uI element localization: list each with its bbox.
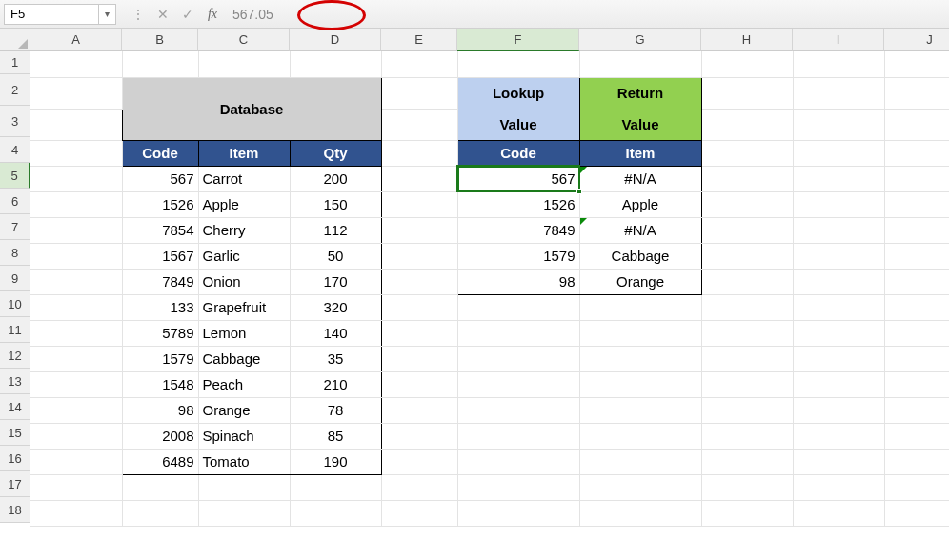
cell-B9[interactable]: 7849 <box>122 269 198 294</box>
cell-F1[interactable] <box>457 51 579 77</box>
cell-I1[interactable] <box>793 51 884 77</box>
cell-H16[interactable] <box>701 449 793 474</box>
cell-A16[interactable] <box>30 449 122 474</box>
cell-E6[interactable] <box>381 191 457 217</box>
cell-J9[interactable] <box>884 269 949 294</box>
cell-C7[interactable]: Cherry <box>198 217 290 243</box>
row-header-13[interactable]: 13 <box>0 369 30 394</box>
cell-C10[interactable]: Grapefruit <box>198 294 290 320</box>
cell-I6[interactable] <box>793 191 884 217</box>
row-header-8[interactable]: 8 <box>0 240 30 266</box>
cell-B11[interactable]: 5789 <box>122 320 198 346</box>
cell-I16[interactable] <box>793 449 884 474</box>
cell-G9[interactable]: Orange <box>579 269 701 294</box>
cell-F6[interactable]: 1526 <box>457 191 579 217</box>
row-header-16[interactable]: 16 <box>0 446 30 471</box>
cell-F15[interactable] <box>457 423 579 449</box>
cell-A17[interactable] <box>30 474 122 500</box>
cell-J1[interactable] <box>884 51 949 77</box>
col-header-E[interactable]: E <box>381 29 457 51</box>
cell-H10[interactable] <box>701 294 793 320</box>
cell-A6[interactable] <box>30 191 122 217</box>
cell-A10[interactable] <box>30 294 122 320</box>
cell-J4[interactable] <box>884 140 949 166</box>
cell-A8[interactable] <box>30 243 122 269</box>
cell-J13[interactable] <box>884 371 949 397</box>
cell-J14[interactable] <box>884 397 949 423</box>
cell-E12[interactable] <box>381 346 457 371</box>
cell-E5[interactable] <box>381 166 457 191</box>
cell-F17[interactable] <box>457 474 579 500</box>
cell-J12[interactable] <box>884 346 949 371</box>
cell-H12[interactable] <box>701 346 793 371</box>
cell-G14[interactable] <box>579 397 701 423</box>
cell-B5[interactable]: 567 <box>122 166 198 191</box>
row-header-9[interactable]: 9 <box>0 266 30 291</box>
cell-H2[interactable] <box>701 77 793 109</box>
cell-B1[interactable] <box>122 51 198 77</box>
cell-A15[interactable] <box>30 423 122 449</box>
cell-B4[interactable]: Code <box>122 140 198 166</box>
cell-I11[interactable] <box>793 320 884 346</box>
cell-G17[interactable] <box>579 474 701 500</box>
cell-G8[interactable]: Cabbage <box>579 243 701 269</box>
cell-H13[interactable] <box>701 371 793 397</box>
cell-H3[interactable] <box>701 109 793 140</box>
cell-H5[interactable] <box>701 166 793 191</box>
cell-D4[interactable]: Qty <box>290 140 381 166</box>
error-indicator-icon[interactable] <box>580 218 587 225</box>
cell-H15[interactable] <box>701 423 793 449</box>
cell-D14[interactable]: 78 <box>290 397 381 423</box>
row-header-1[interactable]: 1 <box>0 51 30 74</box>
cell-A4[interactable] <box>30 140 122 166</box>
select-all-corner[interactable] <box>0 29 30 51</box>
cell-C12[interactable]: Cabbage <box>198 346 290 371</box>
cell-B17[interactable] <box>122 474 198 500</box>
cell-D18[interactable] <box>290 500 381 526</box>
expand-icon[interactable]: ⋮ <box>126 4 151 25</box>
name-box[interactable]: F5 <box>4 4 99 25</box>
row-header-7[interactable]: 7 <box>0 214 30 240</box>
cell-G6[interactable]: Apple <box>579 191 701 217</box>
cell-G4[interactable]: Item <box>579 140 701 166</box>
cell-J6[interactable] <box>884 191 949 217</box>
cell-J11[interactable] <box>884 320 949 346</box>
cell-B14[interactable]: 98 <box>122 397 198 423</box>
cell-E7[interactable] <box>381 217 457 243</box>
cell-E15[interactable] <box>381 423 457 449</box>
cell-H9[interactable] <box>701 269 793 294</box>
cell-F12[interactable] <box>457 346 579 371</box>
row-header-4[interactable]: 4 <box>0 137 30 163</box>
cell-A13[interactable] <box>30 371 122 397</box>
cell-G11[interactable] <box>579 320 701 346</box>
cell-I9[interactable] <box>793 269 884 294</box>
cell-J2[interactable] <box>884 77 949 109</box>
cell-G3[interactable]: Value <box>579 109 701 140</box>
cell-H11[interactable] <box>701 320 793 346</box>
cell-F4[interactable]: Code <box>457 140 579 166</box>
cell-D8[interactable]: 50 <box>290 243 381 269</box>
cell-B8[interactable]: 1567 <box>122 243 198 269</box>
cell-I10[interactable] <box>793 294 884 320</box>
cell-D9[interactable]: 170 <box>290 269 381 294</box>
cell-H6[interactable] <box>701 191 793 217</box>
cell-D5[interactable]: 200 <box>290 166 381 191</box>
cell-H4[interactable] <box>701 140 793 166</box>
cell-D10[interactable]: 320 <box>290 294 381 320</box>
row-header-15[interactable]: 15 <box>0 420 30 446</box>
cell-J16[interactable] <box>884 449 949 474</box>
row-header-18[interactable]: 18 <box>0 497 30 523</box>
cell-C11[interactable]: Lemon <box>198 320 290 346</box>
cell-B12[interactable]: 1579 <box>122 346 198 371</box>
cell-F16[interactable] <box>457 449 579 474</box>
fx-icon[interactable]: fx <box>200 4 225 25</box>
cell-D12[interactable]: 35 <box>290 346 381 371</box>
error-indicator-icon[interactable] <box>580 167 587 173</box>
col-header-G[interactable]: G <box>579 29 701 51</box>
cell-D17[interactable] <box>290 474 381 500</box>
cell-C14[interactable]: Orange <box>198 397 290 423</box>
cell-E11[interactable] <box>381 320 457 346</box>
cell-D15[interactable]: 85 <box>290 423 381 449</box>
cell-E4[interactable] <box>381 140 457 166</box>
cell-I5[interactable] <box>793 166 884 191</box>
